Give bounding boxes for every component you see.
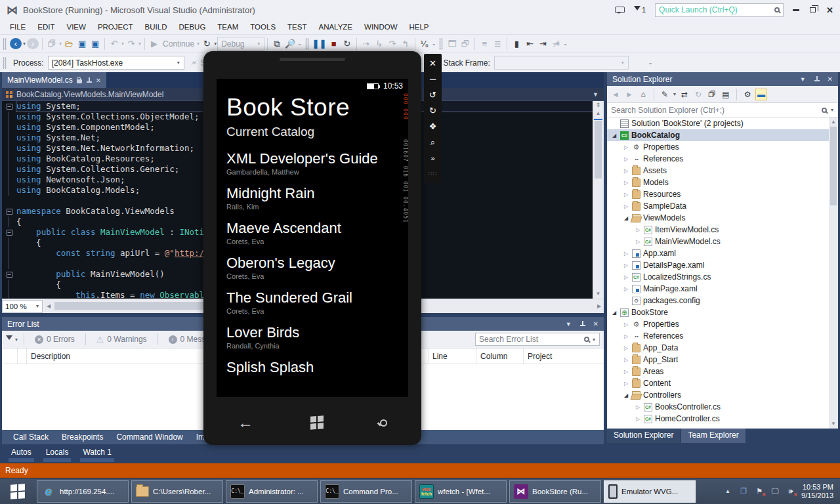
book-item[interactable]: Midnight RainRalls, Kim (226, 184, 396, 211)
expand-arrow-icon[interactable]: ▷ (623, 203, 629, 209)
expand-arrow-icon[interactable]: ▷ (635, 404, 641, 410)
menu-view[interactable]: VIEW (61, 21, 92, 33)
switch-views-icon[interactable]: ✎ (659, 89, 671, 100)
expand-arrow-icon[interactable]: ▷ (623, 262, 629, 268)
tree-item-content[interactable]: ▷Content (607, 377, 838, 389)
break-all-icon[interactable]: ❚❚ (312, 37, 327, 51)
scroll-up-icon[interactable]: ▲ (831, 117, 836, 127)
taskbar-button-administrator[interactable]: C:\_Administrator: ... (226, 480, 318, 503)
close-icon[interactable]: ✕ (426, 56, 440, 70)
volume-muted-icon[interactable]: 🕪 (786, 486, 796, 497)
error-list-search-input[interactable]: Search Error List ▾ (475, 333, 600, 346)
tree-item-bookstore[interactable]: ◢BookStore (607, 306, 838, 318)
tree-item-bookcatalog[interactable]: ◢BookCatalog (607, 129, 838, 141)
editor-zoom-dropdown[interactable]: 100 %▾ (2, 300, 43, 313)
tray-expand-icon[interactable]: ▲ (723, 486, 733, 497)
tree-item-properties[interactable]: ▷Properties (607, 318, 838, 330)
tree-item-sampledata[interactable]: ▷SampleData (607, 200, 838, 212)
tree-item-homecontroller-cs[interactable]: ▷HomeController.cs (607, 413, 838, 425)
menu-debug[interactable]: DEBUG (173, 21, 211, 33)
expand-arrow-icon[interactable]: ▷ (635, 227, 641, 233)
menu-team[interactable]: TEAM (211, 21, 244, 33)
scroll-right-icon[interactable]: ▶ (595, 303, 604, 309)
scroll-thumb[interactable] (830, 127, 837, 205)
tree-item-viewmodels[interactable]: ◢ViewModels (607, 212, 838, 224)
action-center-icon[interactable]: ⚑ (754, 486, 765, 497)
tree-item-mainviewmodel-cs[interactable]: ▷MainViewModel.cs (607, 236, 838, 247)
book-item[interactable]: Splish Splash (226, 358, 396, 376)
minimize-button[interactable] (793, 9, 799, 11)
tree-item-bookscontroller-cs[interactable]: ▷BooksController.cs (607, 401, 838, 413)
tab-command-window[interactable]: Command Window (110, 430, 188, 444)
tree-item-references[interactable]: ▷References (607, 153, 838, 165)
prev-bookmark-icon[interactable]: ⇤ (524, 37, 536, 51)
step-into-icon[interactable]: ↳ (373, 37, 385, 51)
tab-team-explorer[interactable]: Team Explorer (681, 429, 745, 443)
phone-search-icon[interactable] (380, 419, 387, 427)
navigate-forward-icon[interactable]: › (27, 38, 39, 49)
fold-collapse-icon[interactable]: – (7, 230, 12, 236)
tree-item-resources[interactable]: ▷Resources (607, 188, 838, 200)
close-icon[interactable]: ✕ (828, 75, 833, 83)
errors-filter-button[interactable]: ✕0 Errors (30, 335, 80, 344)
continue-button[interactable]: Continue (163, 39, 194, 49)
book-item[interactable]: Maeve AscendantCorets, Eva (226, 219, 396, 245)
scroll-down-icon[interactable]: ▼ (831, 419, 836, 429)
collapse-arrow-icon[interactable]: ◢ (611, 310, 618, 316)
column-column[interactable]: Column (476, 348, 524, 364)
navigate-back-icon[interactable]: ‹ (10, 38, 22, 49)
expand-arrow-icon[interactable]: ▷ (623, 168, 629, 174)
pin-icon[interactable] (86, 77, 92, 83)
tree-scrollbar[interactable]: ▲ ▼ (829, 117, 838, 429)
solution-explorer-search-input[interactable]: Search Solution Explorer (Ctrl+;) ▾ (607, 103, 838, 117)
stack-frame-dropdown[interactable]: ▾ (494, 56, 629, 70)
minimize-icon[interactable]: ─ (426, 72, 440, 86)
tree-item-solution-bookstore-2-projects[interactable]: Solution 'BookStore' (2 projects) (607, 117, 838, 129)
expand-arrow-icon[interactable]: ▷ (623, 381, 629, 387)
home-icon[interactable]: ⌂ (637, 89, 649, 100)
feedback-icon[interactable] (615, 7, 625, 13)
menu-tools[interactable]: TOOLS (244, 21, 282, 33)
expand-arrow-icon[interactable]: ▷ (635, 416, 641, 422)
document-tab[interactable]: MainViewModel.cs ✕ (2, 72, 106, 88)
tree-item-areas[interactable]: ▷Areas (607, 366, 838, 377)
back-icon[interactable]: ◄ (610, 89, 621, 100)
redo-icon[interactable]: ↷ (125, 37, 137, 51)
navigate-back-dropdown[interactable]: ▾ (23, 41, 26, 47)
indent-icon[interactable]: ≡ (478, 37, 490, 51)
refresh-icon[interactable]: ↻ (692, 89, 704, 100)
output-window-icon[interactable]: 🗗 (459, 37, 471, 51)
tree-item-assets[interactable]: ▷Assets (607, 165, 838, 177)
save-all-icon[interactable]: ▣̣ (89, 37, 101, 51)
breakpoint-window-icon[interactable]: 🗔 (446, 37, 458, 51)
properties-icon[interactable]: ⚙ (742, 89, 753, 100)
expand-arrow-icon[interactable]: ▷ (623, 144, 629, 150)
tab-call-stack[interactable]: Call Stack (7, 430, 54, 444)
fold-collapse-icon[interactable]: – (7, 209, 12, 215)
menu-help[interactable]: HELP (404, 21, 435, 33)
taskbar-button-c-users-rober[interactable]: C:\Users\Rober... (131, 480, 223, 503)
expand-arrow-icon[interactable]: ▷ (635, 239, 641, 245)
solution-configurations-dropdown[interactable]: Debug▾ (217, 37, 264, 51)
menu-edit[interactable]: EDIT (32, 21, 60, 33)
taskbar-button-bookstore-ru[interactable]: ⋈BookStore (Ru... (509, 480, 601, 503)
phone-screen[interactable]: 10:53 000 000 001607 016 001 00.4051 Boo… (217, 79, 408, 397)
tab-locals[interactable]: Locals (42, 446, 73, 462)
phone-emulator[interactable]: 10:53 000 000 001607 016 001 00.4051 Boo… (203, 51, 421, 445)
tab-watch-1[interactable]: Watch 1 (79, 446, 116, 462)
process-dropdown[interactable]: [2084] TaskHost.exe▾ (48, 56, 184, 70)
book-item[interactable]: XML Developer's GuideGambardella, Matthe… (226, 150, 396, 176)
splitter-handle[interactable]: ⇕ (596, 101, 601, 109)
undo-icon[interactable]: ↶ (108, 37, 120, 51)
tree-item-localizedstrings-cs[interactable]: ▷LocalizedStrings.cs (607, 271, 838, 283)
fold-collapse-icon[interactable]: – (7, 104, 12, 110)
forward-icon[interactable]: ► (623, 89, 635, 100)
expand-arrow-icon[interactable]: ▷ (623, 251, 629, 257)
menu-project[interactable]: PROJECT (92, 21, 139, 33)
tree-item-itemviewmodel-cs[interactable]: ▷ItemViewModel.cs (607, 224, 838, 236)
scroll-left-icon[interactable]: ◀ (44, 303, 53, 309)
more-icon[interactable]: » (426, 151, 440, 165)
stop-debugging-icon[interactable]: ■ (328, 37, 340, 51)
rotate-right-icon[interactable]: ↻ (426, 104, 440, 117)
rotate-left-icon[interactable]: ↺ (426, 88, 440, 102)
